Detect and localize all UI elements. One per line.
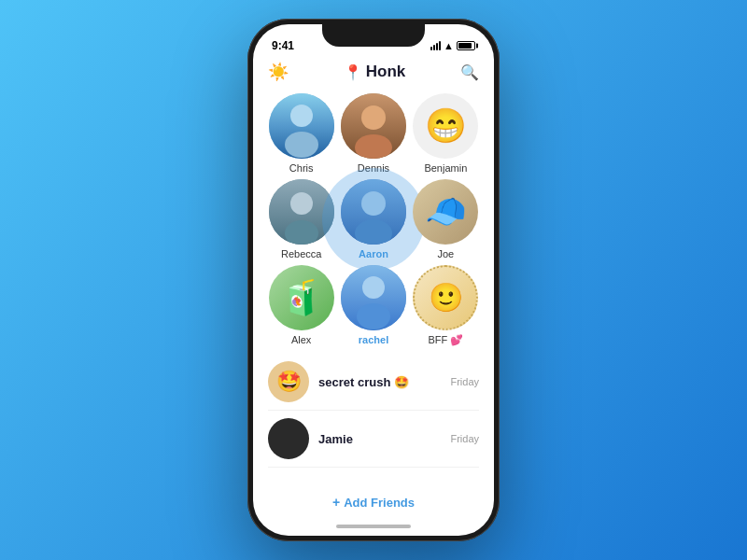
signal-icon [430, 41, 441, 50]
svg-point-10 [361, 191, 386, 216]
search-icon[interactable]: 🔍 [460, 63, 479, 81]
app-header: ☀️ 📍 Honk 🔍 [253, 58, 494, 90]
friend-name-joe: Joe [437, 248, 454, 259]
friend-item-chris[interactable]: Chris [268, 93, 334, 174]
avatar-joe: 🧢 [413, 179, 478, 245]
joe-emoji: 🧢 [425, 195, 467, 229]
friend-item-dennis[interactable]: Dennis [340, 93, 406, 174]
avatar-benjamin: 😁 [413, 93, 478, 159]
phone-screen: 9:41 ▲ ☀️ 📍 Honk 🔍 [253, 24, 494, 536]
msg-content-secret-crush: secret crush 🤩 Friday [318, 375, 479, 389]
message-item-jamie[interactable]: Jamie Friday [268, 411, 479, 468]
friend-item-joe[interactable]: 🧢 Joe [413, 179, 479, 259]
friend-item-aaron[interactable]: Aaron [340, 179, 406, 259]
svg-point-2 [285, 132, 318, 158]
svg-point-1 [290, 105, 313, 127]
svg-point-14 [357, 303, 390, 329]
phone-frame: 9:41 ▲ ☀️ 📍 Honk 🔍 [247, 19, 500, 541]
home-bar [336, 525, 411, 528]
alex-emoji: 🧃 [280, 281, 322, 315]
app-logo-icon: 📍 [344, 63, 362, 81]
status-icons: ▲ [430, 40, 475, 51]
friend-item-benjamin[interactable]: 😁 Benjamin [413, 93, 479, 174]
friend-name-chris: Chris [289, 162, 314, 174]
add-icon: + [332, 495, 340, 510]
avatar-rachel [341, 265, 406, 330]
benjamin-emoji: 😁 [425, 109, 467, 143]
msg-avatar-secret-crush: 🤩 [268, 361, 309, 402]
friend-name-rebecca: Rebecca [281, 248, 321, 259]
svg-point-4 [361, 105, 386, 130]
svg-point-13 [362, 276, 385, 299]
home-indicator [253, 519, 494, 536]
messages-section: 🤩 secret crush 🤩 Friday Jamie Friday [253, 354, 494, 485]
app-title-area: 📍 Honk [344, 63, 406, 81]
msg-name-secret-crush: secret crush 🤩 [318, 375, 409, 389]
sun-icon: ☀️ [268, 62, 289, 82]
friend-item-alex[interactable]: 🧃 Alex [268, 265, 334, 346]
add-friends-bar[interactable]: + Add Friends [253, 485, 494, 519]
avatar-dennis [341, 93, 406, 159]
battery-icon [457, 41, 475, 50]
avatar-aaron [341, 179, 406, 245]
app-title: Honk [366, 63, 406, 81]
friend-name-bff: BFF 💕 [428, 334, 463, 346]
avatar-chris [269, 93, 334, 159]
friends-grid: Chris De [253, 90, 494, 354]
msg-content-jamie: Jamie Friday [318, 432, 479, 446]
add-friends-label: Add Friends [344, 496, 415, 510]
friend-item-bff[interactable]: 🙂 BFF 💕 [413, 265, 479, 346]
avatar-alex: 🧃 [269, 265, 334, 330]
message-item-secret-crush[interactable]: 🤩 secret crush 🤩 Friday [268, 354, 479, 411]
friend-item-rachel[interactable]: rachel [340, 265, 406, 346]
avatar-bff: 🙂 [413, 265, 478, 330]
msg-name-jamie: Jamie [318, 432, 353, 446]
msg-time-jamie: Friday [450, 433, 479, 444]
friend-name-rachel: rachel [359, 334, 388, 345]
msg-time-secret-crush: Friday [450, 376, 479, 387]
status-time: 9:41 [272, 39, 294, 52]
wifi-icon: ▲ [444, 40, 454, 51]
svg-point-7 [290, 192, 313, 215]
friend-name-alex: Alex [291, 334, 311, 345]
notch [322, 24, 425, 47]
bff-emoji: 🙂 [429, 284, 463, 312]
msg-avatar-jamie [268, 418, 309, 459]
secret-crush-emoji: 🤩 [276, 370, 302, 394]
friend-name-benjamin: Benjamin [424, 162, 467, 174]
